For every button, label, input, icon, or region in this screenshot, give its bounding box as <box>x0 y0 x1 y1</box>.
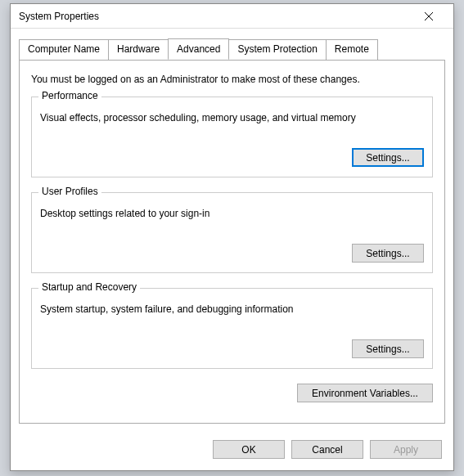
user-profiles-settings-button[interactable]: Settings... <box>352 244 424 263</box>
tab-row: Computer Name Hardware Advanced System P… <box>19 38 445 60</box>
startup-recovery-settings-button[interactable]: Settings... <box>352 339 424 358</box>
performance-legend: Performance <box>38 90 101 101</box>
apply-button: Apply <box>370 440 442 459</box>
window-title: System Properties <box>19 11 411 22</box>
close-button[interactable] <box>411 5 447 28</box>
tab-computer-name[interactable]: Computer Name <box>19 39 109 61</box>
system-properties-dialog: System Properties Computer Name Hardware… <box>10 3 454 471</box>
startup-recovery-legend: Startup and Recovery <box>38 281 140 293</box>
titlebar: System Properties <box>11 4 453 29</box>
startup-recovery-desc: System startup, system failure, and debu… <box>40 303 424 315</box>
environment-variables-button[interactable]: Environment Variables... <box>297 384 433 402</box>
advanced-panel: You must be logged on as an Administrato… <box>19 60 445 424</box>
tab-advanced[interactable]: Advanced <box>168 38 229 60</box>
user-profiles-desc: Desktop settings related to your sign-in <box>40 208 424 219</box>
user-profiles-btn-row: Settings... <box>40 244 424 263</box>
startup-recovery-group: Startup and Recovery System startup, sys… <box>31 288 433 369</box>
close-icon <box>425 12 433 20</box>
ok-button[interactable]: OK <box>213 440 285 459</box>
intro-text: You must be logged on as an Administrato… <box>31 74 433 85</box>
performance-btn-row: Settings... <box>40 148 424 167</box>
performance-settings-button[interactable]: Settings... <box>352 148 424 167</box>
startup-recovery-btn-row: Settings... <box>40 339 424 358</box>
cancel-button[interactable]: Cancel <box>291 440 363 459</box>
env-row: Environment Variables... <box>31 384 433 402</box>
performance-group: Performance Visual effects, processor sc… <box>31 97 433 177</box>
tab-hardware[interactable]: Hardware <box>108 39 169 61</box>
performance-desc: Visual effects, processor scheduling, me… <box>40 112 424 123</box>
user-profiles-legend: User Profiles <box>38 186 101 197</box>
dialog-button-row: OK Cancel Apply <box>11 432 453 470</box>
tab-system-protection[interactable]: System Protection <box>228 39 326 61</box>
tab-remote[interactable]: Remote <box>326 39 378 61</box>
user-profiles-group: User Profiles Desktop settings related t… <box>31 192 433 273</box>
